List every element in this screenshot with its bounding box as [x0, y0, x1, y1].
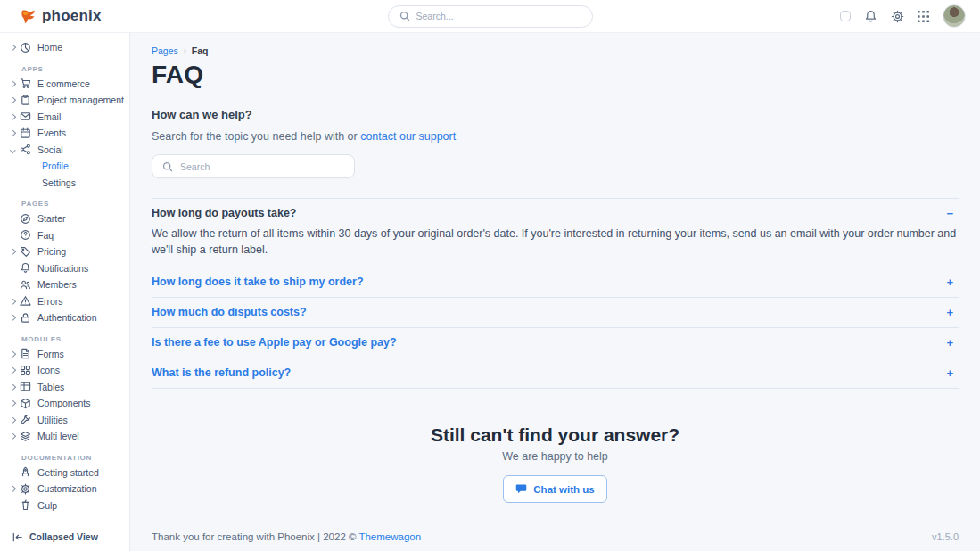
faq-item-payouts: How long do payouts take? − We allow the…: [152, 199, 959, 267]
faq-search[interactable]: [152, 154, 355, 178]
expand-plus-icon[interactable]: +: [946, 276, 959, 288]
compass-icon: [20, 213, 31, 225]
collapse-minus-icon[interactable]: −: [946, 208, 959, 219]
breadcrumb: Pages › Faq: [152, 45, 959, 56]
package-box-icon: [20, 398, 31, 409]
sidebar-item-ecommerce[interactable]: E commerce: [0, 76, 129, 93]
chevron-right-icon: [9, 98, 17, 103]
gear-icon: [20, 483, 31, 495]
contact-support-link[interactable]: contact our support: [360, 130, 456, 143]
chevron-right-icon: [9, 115, 17, 119]
pie-chart-icon: [20, 42, 31, 53]
collapse-sidebar-toggle[interactable]: Collapsed View: [0, 522, 129, 551]
sidebar-item-faq[interactable]: Faq: [0, 227, 129, 244]
faq-question-row[interactable]: What is the refund policy? +: [152, 366, 959, 379]
lock-icon: [20, 312, 31, 324]
faq-item-apple-google-pay: Is there a fee to use Apple pay or Googl…: [152, 328, 959, 358]
chevron-right-icon: [9, 45, 17, 50]
search-icon: [399, 11, 410, 21]
expand-plus-icon[interactable]: +: [946, 337, 959, 349]
sidebar-item-starter[interactable]: Starter: [0, 210, 129, 227]
page-title: FAQ: [152, 61, 959, 89]
sidebar-item-components[interactable]: Components: [0, 395, 129, 412]
top-navbar: phoenix: [0, 0, 980, 33]
sidebar-item-pricing[interactable]: Pricing: [0, 243, 129, 260]
chat-bubble-icon: [515, 483, 527, 495]
chevron-right-icon: [9, 401, 17, 406]
shopping-cart-icon: [20, 78, 31, 89]
sidebar-item-multi-level[interactable]: Multi level: [0, 428, 129, 445]
chevron-right-icon: [9, 316, 17, 320]
tag-icon: [20, 246, 31, 258]
global-search-input[interactable]: [416, 11, 581, 21]
help-subtext: Search for the topic you need help with …: [152, 130, 959, 143]
apps-grid-icon[interactable]: [918, 11, 929, 22]
settings-gear-icon[interactable]: [891, 10, 904, 23]
sidebar-item-errors[interactable]: Errors: [0, 293, 129, 310]
sidebar-item-settings[interactable]: Settings: [0, 175, 129, 192]
navbar-actions: [840, 4, 966, 28]
breadcrumb-separator: ›: [184, 46, 186, 55]
faq-item-disputes: How much do disputs costs? +: [152, 298, 959, 328]
faq-question: Is there a fee to use Apple pay or Googl…: [152, 336, 397, 349]
faq-question-row[interactable]: Is there a fee to use Apple pay or Googl…: [152, 336, 959, 349]
calendar-icon: [20, 127, 31, 139]
brand-logo[interactable]: phoenix: [20, 7, 102, 25]
bell-icon: [20, 262, 31, 274]
chevron-right-icon: [9, 418, 17, 423]
sidebar-section-pages: PAGES: [21, 200, 129, 208]
sidebar-item-gulp[interactable]: Gulp: [0, 498, 129, 514]
app-window: phoenix H: [0, 0, 980, 551]
faq-question-row[interactable]: How long do payouts take? −: [152, 207, 959, 219]
themewagon-link[interactable]: Themewagon: [358, 531, 421, 542]
faq-question-row[interactable]: How long does it take to ship my order? …: [152, 276, 959, 288]
theme-toggle[interactable]: [840, 11, 851, 21]
global-search[interactable]: [388, 5, 593, 28]
still-need-help-section: Still can't find your answer? We are hap…: [152, 424, 959, 503]
sidebar-item-authentication[interactable]: Authentication: [0, 309, 129, 326]
notifications-bell-icon[interactable]: [864, 10, 877, 23]
chat-button-label: Chat with us: [533, 484, 594, 495]
sidebar-item-project-management[interactable]: Project management: [0, 92, 129, 109]
sidebar-item-tables[interactable]: Tables: [0, 379, 129, 396]
chat-with-us-button[interactable]: Chat with us: [503, 475, 606, 503]
faq-question: How long do payouts take?: [152, 207, 297, 219]
layers-icon: [20, 431, 31, 442]
envelope-icon: [20, 111, 31, 122]
sidebar-item-getting-started[interactable]: Getting started: [0, 465, 129, 481]
document-icon: [20, 348, 31, 359]
sidebar-item-social[interactable]: Social: [0, 142, 129, 159]
faq-question: How much do disputs costs?: [152, 306, 307, 318]
footer: Thank you for creating with Phoenix | 20…: [130, 522, 980, 551]
faq-item-refund-policy: What is the refund policy? +: [152, 358, 959, 389]
sidebar-item-members[interactable]: Members: [0, 276, 129, 293]
main-content: Pages › Faq FAQ How can we help? Search …: [130, 33, 980, 551]
faq-item-shipping: How long does it take to ship my order? …: [152, 267, 959, 298]
cta-title: Still can't find your answer?: [152, 424, 959, 446]
sidebar-item-profile[interactable]: Profile: [0, 158, 129, 175]
sidebar-item-home[interactable]: Home: [0, 39, 129, 56]
faq-search-input[interactable]: [180, 161, 344, 172]
chevron-right-icon: [9, 385, 17, 390]
warning-triangle-icon: [20, 295, 31, 307]
chevron-right-icon: [9, 250, 17, 254]
gulp-cup-icon: [20, 499, 31, 511]
sidebar-item-icons[interactable]: Icons: [0, 362, 129, 379]
rocket-icon: [20, 466, 31, 478]
breadcrumb-pages-link[interactable]: Pages: [152, 45, 178, 56]
sidebar-item-notifications[interactable]: Notifications: [0, 260, 129, 277]
user-avatar[interactable]: [943, 4, 966, 28]
sidebar-item-customization[interactable]: Customization: [0, 481, 129, 498]
expand-plus-icon[interactable]: +: [946, 367, 959, 379]
faq-question-row[interactable]: How much do disputs costs? +: [152, 306, 959, 318]
sidebar-section-apps: APPS: [21, 65, 129, 73]
sidebar-item-utilities[interactable]: Utilities: [0, 412, 129, 429]
sidebar-item-forms[interactable]: Forms: [0, 346, 129, 363]
chevron-right-icon: [9, 352, 17, 357]
sidebar-item-events[interactable]: Events: [0, 125, 129, 142]
chevron-right-icon: [9, 487, 17, 491]
chevron-right-icon: [9, 368, 17, 373]
sidebar-item-email[interactable]: Email: [0, 109, 129, 126]
expand-plus-icon[interactable]: +: [946, 307, 959, 318]
clipboard-icon: [20, 95, 31, 106]
